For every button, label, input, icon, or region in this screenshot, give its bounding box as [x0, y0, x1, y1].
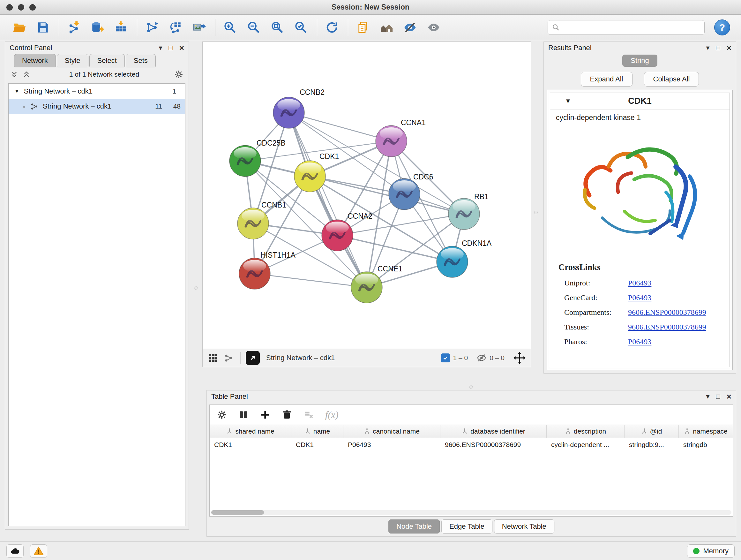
tree-caret-icon[interactable]: ▼	[14, 88, 19, 94]
import-table-button[interactable]	[113, 18, 129, 37]
help-button[interactable]: ?	[714, 19, 730, 36]
show-columns-icon[interactable]	[239, 410, 249, 420]
column-header-description[interactable]: description	[547, 425, 624, 438]
warnings-button[interactable]	[30, 544, 47, 558]
tab-node-table[interactable]: Node Table	[388, 519, 440, 534]
zoom-out-button[interactable]	[246, 18, 262, 37]
collapse-panel-icon[interactable]: ▾	[706, 392, 710, 401]
cell-namespace[interactable]: stringdb	[679, 438, 733, 451]
close-panel-icon[interactable]: ×	[727, 392, 731, 401]
entry-caret-icon[interactable]: ▼	[565, 98, 571, 105]
collapse-panel-icon[interactable]: ▾	[158, 44, 162, 52]
float-panel-icon[interactable]: □	[169, 44, 173, 52]
function-builder-fx[interactable]: f(x)	[325, 409, 339, 420]
network-edge-ccnb2-ccne1[interactable]	[289, 113, 367, 287]
cell-description[interactable]: cyclin-dependent ...	[547, 438, 624, 451]
birdseye-grid-icon[interactable]	[208, 353, 218, 363]
float-panel-icon[interactable]: □	[716, 392, 720, 401]
delete-trash-icon[interactable]	[282, 410, 292, 420]
close-panel-icon[interactable]: ×	[179, 44, 184, 52]
search-input[interactable]	[563, 21, 700, 34]
minimize-window-button[interactable]	[18, 4, 24, 10]
splitter-grip[interactable]	[469, 385, 473, 388]
zoom-selected-button[interactable]	[293, 18, 309, 37]
refresh-button[interactable]	[324, 18, 340, 37]
network-node-hist1h1a[interactable]: HIST1H1A	[239, 251, 296, 289]
import-network-database-button[interactable]	[89, 18, 106, 37]
column-header-namespace[interactable]: namespace	[679, 425, 733, 438]
network-canvas[interactable]: CCNB2CCNA1CDC25BCDK1CDC6RB1CCNB1CCNA2CDK…	[203, 42, 531, 349]
cell-canonical-name[interactable]: P06493	[343, 438, 441, 451]
close-window-button[interactable]	[6, 4, 13, 10]
scrollbar-thumb[interactable]	[211, 510, 264, 515]
network-options-gear-icon[interactable]	[174, 70, 184, 79]
crosslink-link[interactable]: 9606.ENSP00000378699	[628, 323, 706, 331]
collapse-all-button[interactable]: Collapse All	[644, 72, 699, 86]
collapse-all-icon[interactable]	[10, 70, 18, 78]
tab-network-table[interactable]: Network Table	[494, 519, 554, 534]
horizontal-scrollbar[interactable]	[211, 510, 731, 515]
network-node-ccnb2[interactable]: CCNB2	[273, 88, 325, 128]
cell-id[interactable]: stringdb:9...	[624, 438, 679, 451]
network-edge-hist1h1a-ccne1[interactable]	[255, 273, 367, 287]
tab-string[interactable]: String	[622, 55, 657, 67]
cell-name[interactable]: CDK1	[291, 438, 343, 451]
cell-database-identifier[interactable]: 9606.ENSP00000378699	[441, 438, 547, 451]
close-panel-icon[interactable]: ×	[727, 44, 731, 52]
memory-button[interactable]: Memory	[687, 544, 735, 558]
float-panel-icon[interactable]: □	[716, 44, 720, 52]
cell-shared-name[interactable]: CDK1	[210, 438, 291, 451]
crosslink-link[interactable]: P06493	[628, 279, 651, 287]
network-collection-row[interactable]: ▼ String Network – cdk1 1	[9, 84, 185, 99]
copy-document-button[interactable]	[354, 18, 371, 37]
column-header-database-identifier[interactable]: database identifier	[441, 425, 547, 438]
entry-header[interactable]: ▼ CDK1	[550, 93, 730, 110]
table-settings-gear-icon[interactable]	[217, 410, 227, 420]
tab-sets[interactable]: Sets	[126, 54, 156, 67]
open-session-button[interactable]	[11, 18, 27, 37]
expand-all-icon[interactable]	[22, 70, 30, 78]
pan-crosshair-icon[interactable]	[514, 352, 526, 364]
hidden-eye-slash-icon[interactable]	[477, 353, 486, 363]
network-node-cdk1[interactable]: CDK1	[294, 152, 339, 192]
collapse-panel-icon[interactable]: ▾	[706, 44, 710, 52]
export-image-button[interactable]	[191, 18, 207, 37]
column-header-id[interactable]: @id	[624, 425, 679, 438]
zoom-window-button[interactable]	[29, 4, 36, 10]
splitter-grip[interactable]	[194, 286, 198, 290]
hide-selected-button[interactable]	[402, 18, 418, 37]
tab-style[interactable]: Style	[57, 54, 88, 67]
crosslink-link[interactable]: 9606.ENSP00000378699	[628, 308, 706, 317]
tab-edge-table[interactable]: Edge Table	[441, 519, 492, 534]
network-node-cdkn1a[interactable]: CDKN1A	[436, 239, 492, 277]
add-row-plus-icon[interactable]	[260, 410, 270, 420]
cloud-button[interactable]	[6, 544, 23, 558]
crosslink-link[interactable]: P06493	[628, 337, 651, 346]
new-network-button[interactable]	[144, 18, 160, 37]
show-panels-button[interactable]	[378, 18, 395, 37]
network-node-ccnb1[interactable]: CCNB1	[238, 201, 286, 239]
network-from-table-button[interactable]	[167, 18, 184, 37]
selected-checkbox-icon[interactable]	[441, 354, 450, 362]
splitter-grip[interactable]	[534, 211, 538, 214]
network-edge-ccna2-cdkn1a[interactable]	[337, 235, 452, 262]
export-network-button[interactable]	[246, 351, 260, 365]
network-row-selected[interactable]: ● String Network – cdk1 11 48	[9, 99, 185, 114]
table-row[interactable]: CDK1 CDK1 P06493 9606.ENSP00000378699 cy…	[210, 438, 733, 451]
column-header-name[interactable]: name	[291, 425, 343, 438]
search-box[interactable]	[548, 20, 704, 35]
network-overview-share-icon[interactable]	[224, 353, 234, 363]
show-hidden-button[interactable]	[425, 18, 442, 37]
expand-all-button[interactable]: Expand All	[581, 72, 632, 86]
column-header-canonical-name[interactable]: canonical name	[343, 425, 441, 438]
network-node-rb1[interactable]: RB1	[448, 192, 488, 230]
delete-table-icon[interactable]	[304, 410, 314, 420]
crosslink-link[interactable]: P06493	[628, 294, 651, 302]
column-header-shared-name[interactable]: shared name	[210, 425, 291, 438]
network-node-ccna1[interactable]: CCNA1	[376, 118, 426, 157]
tab-network[interactable]: Network	[14, 54, 56, 67]
tab-select[interactable]: Select	[89, 54, 125, 67]
zoom-fit-button[interactable]	[269, 18, 286, 37]
network-edge-ccnb2-ccna1[interactable]	[289, 113, 391, 141]
save-session-button[interactable]	[35, 18, 51, 37]
